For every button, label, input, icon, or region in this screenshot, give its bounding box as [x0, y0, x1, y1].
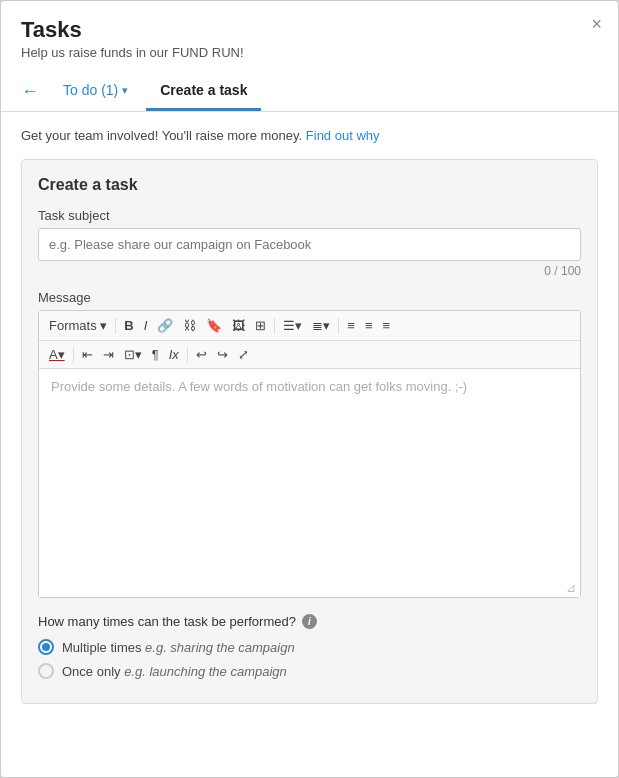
toolbar-row2: A▾ ⇤ ⇥ ⊡▾ ¶ Ix ↩ ↪ ⤢ [39, 341, 580, 369]
link-button[interactable]: 🔗 [153, 316, 177, 335]
radio-once-example: e.g. launching the campaign [124, 664, 287, 679]
back-icon: ← [21, 81, 39, 102]
image-button[interactable]: 🖼 [228, 316, 249, 335]
formats-button[interactable]: Formats ▾ [45, 316, 111, 335]
indent-right-button[interactable]: ⇥ [99, 345, 118, 364]
bold-button[interactable]: B [120, 316, 137, 335]
radio-multiple-circle[interactable] [38, 639, 54, 655]
indent-left-button[interactable]: ⇤ [78, 345, 97, 364]
radio-once-circle[interactable] [38, 663, 54, 679]
tab-create-task[interactable]: Create a task [146, 72, 261, 111]
subject-label: Task subject [38, 208, 581, 223]
modal: Tasks Help us raise funds in our FUND RU… [0, 0, 619, 778]
toolbar-row1: Formats ▾ B I 🔗 ⛓ 🔖 🖼 ⊞ ☰▾ ≣▾ ≡ ≡ ≡ [39, 311, 580, 341]
editor-placeholder: Provide some details. A few words of mot… [51, 379, 467, 394]
create-task-section: Create a task Task subject 0 / 100 Messa… [21, 159, 598, 704]
tabs-bar: ← To do (1) ▾ Create a task [1, 72, 618, 112]
promo-text: Get your team involved! You'll raise mor… [21, 128, 598, 143]
how-many-section: How many times can the task be performed… [38, 614, 581, 679]
radio-option-multiple[interactable]: Multiple times e.g. sharing the campaign [38, 639, 581, 655]
radio-multiple-example: e.g. sharing the campaign [145, 640, 295, 655]
modal-title: Tasks [21, 17, 598, 43]
align-left-button[interactable]: ≡ [343, 316, 359, 335]
list-ol-button[interactable]: ≣▾ [308, 316, 334, 335]
undo-button[interactable]: ↩ [192, 345, 211, 364]
modal-body: Get your team involved! You'll raise mor… [1, 112, 618, 777]
close-button[interactable]: × [591, 15, 602, 33]
editor-container: Formats ▾ B I 🔗 ⛓ 🔖 🖼 ⊞ ☰▾ ≣▾ ≡ ≡ ≡ [38, 310, 581, 598]
radio-once-label: Once only e.g. launching the campaign [62, 664, 287, 679]
resize-icon: ⊿ [566, 581, 576, 595]
clear-format-button[interactable]: Ix [165, 345, 183, 364]
redo-button[interactable]: ↪ [213, 345, 232, 364]
separator [73, 347, 74, 363]
align-center-button[interactable]: ≡ [361, 316, 377, 335]
borders-button[interactable]: ⊡▾ [120, 345, 146, 364]
bookmark-button[interactable]: 🔖 [202, 316, 226, 335]
chevron-down-icon: ▾ [122, 84, 128, 97]
separator [274, 318, 275, 334]
message-label: Message [38, 290, 581, 305]
fullscreen-button[interactable]: ⤢ [234, 345, 253, 364]
back-button[interactable]: ← [21, 73, 39, 110]
info-icon[interactable]: i [302, 614, 317, 629]
paragraph-button[interactable]: ¶ [148, 345, 163, 364]
align-right-button[interactable]: ≡ [379, 316, 395, 335]
modal-header: Tasks Help us raise funds in our FUND RU… [1, 1, 618, 72]
message-editor[interactable]: Provide some details. A few words of mot… [39, 369, 580, 579]
tab-todo-label: To do (1) [63, 82, 118, 98]
separator [187, 347, 188, 363]
tab-todo[interactable]: To do (1) ▾ [49, 72, 142, 111]
list-ul-button[interactable]: ☰▾ [279, 316, 306, 335]
table-button[interactable]: ⊞ [251, 316, 270, 335]
section-title: Create a task [38, 176, 581, 194]
promo-message: Get your team involved! You'll raise mor… [21, 128, 302, 143]
editor-resize-handle: ⊿ [39, 579, 580, 597]
tab-create-label: Create a task [160, 82, 247, 98]
unlink-button[interactable]: ⛓ [179, 316, 200, 335]
radio-option-once[interactable]: Once only e.g. launching the campaign [38, 663, 581, 679]
char-count: 0 / 100 [38, 264, 581, 278]
find-out-why-link[interactable]: Find out why [306, 128, 380, 143]
radio-multiple-label: Multiple times e.g. sharing the campaign [62, 640, 295, 655]
font-color-button[interactable]: A▾ [45, 345, 69, 364]
separator [115, 318, 116, 334]
how-many-label: How many times can the task be performed… [38, 614, 581, 629]
italic-button[interactable]: I [140, 316, 152, 335]
modal-subtitle: Help us raise funds in our FUND RUN! [21, 45, 598, 60]
subject-input[interactable] [38, 228, 581, 261]
separator [338, 318, 339, 334]
